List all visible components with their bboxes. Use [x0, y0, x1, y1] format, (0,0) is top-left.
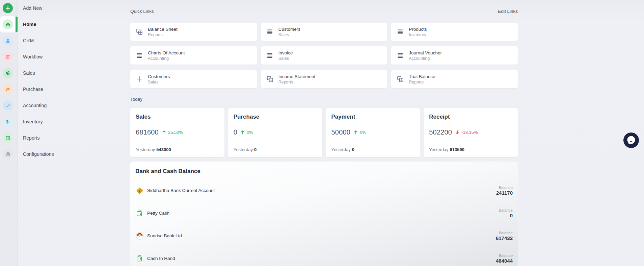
- quick-link-subtitle: Inventory: [409, 32, 427, 37]
- stat-title: Receipt: [429, 114, 512, 120]
- account-name: Siddhartha Bank Current Account: [147, 188, 215, 193]
- stat-value: 50000: [331, 128, 351, 136]
- sidebar-item-accounting[interactable]: Accounting: [0, 97, 115, 114]
- balance-value: 484044: [496, 258, 513, 264]
- arrow-up-icon: [353, 130, 358, 135]
- sidebar-item-sales[interactable]: Sales: [0, 65, 115, 81]
- quick-link-title: Income Statement: [278, 74, 316, 79]
- quick-link-income-statement[interactable]: Income StatementReports: [261, 70, 387, 88]
- report-grid-icon: [3, 133, 13, 143]
- sidebar-item-reports[interactable]: Reports: [0, 130, 115, 146]
- yesterday-label: Yesterday: [136, 147, 155, 152]
- sidebar-item-add-new[interactable]: Add New: [0, 0, 115, 16]
- quick-link-subtitle: Accounting: [409, 56, 442, 61]
- sidebar-item-label: Configurations: [23, 151, 54, 157]
- stat-title: Sales: [136, 114, 219, 120]
- sidebar-item-inventory[interactable]: Inventory: [0, 114, 115, 130]
- account-name: Petty Cash: [147, 211, 169, 216]
- sidebar-item-home[interactable]: Home: [0, 16, 115, 32]
- sidebar-item-workflow[interactable]: Workflow: [0, 49, 115, 65]
- quick-link-title: Products: [409, 27, 427, 32]
- quick-link-balance-sheet[interactable]: Balance SheetReports: [130, 23, 257, 41]
- yesterday-value: 613590: [450, 147, 464, 152]
- yesterday-label: Yesterday: [429, 147, 448, 152]
- bank-cash-balance-title: Bank and Cash Balance: [135, 162, 513, 175]
- quick-links-grid: Balance SheetReports CustomersSales Prod…: [130, 23, 518, 88]
- quick-link-trial-balance[interactable]: Trial BalanceReports: [391, 70, 518, 88]
- quick-link-journal-voucher[interactable]: Journal VoucherAccounting: [391, 46, 518, 65]
- chat-bubble-icon: [623, 132, 639, 148]
- sidebar-item-label: Workflow: [23, 54, 43, 59]
- quick-link-title: Charts Of Account: [148, 50, 185, 55]
- account-name: Sunrise Bank Ltd.: [147, 233, 183, 238]
- quick-link-subtitle: Reports: [148, 32, 178, 37]
- yesterday-value: 0: [254, 147, 257, 152]
- bank-account-row[interactable]: Cash In Hand Balance 484044: [135, 247, 513, 266]
- balance-label: Balance: [499, 208, 513, 212]
- sidebar-item-configurations[interactable]: Configurations: [0, 146, 115, 162]
- quick-link-title: Customers: [148, 74, 170, 79]
- siddhartha-bank-logo: [135, 187, 144, 195]
- stat-title: Payment: [331, 114, 415, 120]
- sidebar-item-label: Sales: [23, 70, 35, 76]
- quick-link-title: Customers: [278, 27, 300, 32]
- sunrise-bank-logo: [135, 232, 144, 240]
- quick-link-subtitle: Accounting: [148, 56, 185, 61]
- sidebar-item-crm[interactable]: CRM: [0, 32, 115, 49]
- quick-link-subtitle: Reports: [409, 80, 435, 84]
- edit-links-button[interactable]: Edit Links: [498, 9, 518, 14]
- today-title: Today: [130, 97, 142, 102]
- quick-links-title: Quick Links: [130, 9, 154, 14]
- bank-account-row[interactable]: Sunrise Bank Ltd. Balance 617432: [135, 224, 513, 247]
- bank-account-row[interactable]: Petty Cash Balance 0: [135, 202, 513, 224]
- stat-value: 502200: [429, 128, 452, 136]
- stat-percent: 0%: [360, 130, 366, 135]
- scatter-chart-icon: [3, 100, 13, 111]
- sidebar-item-label: Home: [23, 22, 36, 27]
- yesterday-value: 543000: [156, 147, 171, 152]
- stat-card-purchase: Purchase 0 0% Yesterday0: [228, 108, 322, 157]
- plus-circle-icon: [3, 3, 13, 13]
- stat-percent: 25.52%: [168, 130, 183, 135]
- balance-value: 617432: [496, 235, 513, 241]
- purchase-flag-icon: P: [3, 84, 13, 94]
- stat-value: 681600: [136, 128, 159, 136]
- table-icon: [135, 28, 143, 36]
- inventory-dots-icon: [3, 117, 13, 127]
- balance-value: 0: [499, 213, 513, 218]
- chat-launcher-button[interactable]: [623, 132, 639, 148]
- balance-label: Balance: [496, 253, 513, 258]
- list-icon: [266, 28, 274, 36]
- bank-account-row[interactable]: Siddhartha Bank Current Account Balance …: [135, 179, 513, 202]
- plus-icon: [135, 75, 143, 83]
- sidebar-item-label: Inventory: [23, 119, 43, 124]
- list-icon: [396, 28, 404, 36]
- quick-link-subtitle: Sales: [278, 32, 300, 37]
- balance-label: Balance: [496, 231, 513, 235]
- quick-link-subtitle: Sales: [278, 56, 293, 61]
- sales-stripes-icon: [3, 68, 13, 78]
- sidebar-item-label: CRM: [23, 38, 34, 43]
- today-stats-grid: Sales 681600 25.52% Yesterday543000 Purc…: [130, 108, 518, 157]
- list-icon: [396, 51, 404, 59]
- wallet-icon: [135, 255, 144, 263]
- quick-link-title: Trial Balance: [409, 74, 435, 79]
- quick-link-title: Balance Sheet: [148, 27, 178, 32]
- yesterday-label: Yesterday: [234, 147, 253, 152]
- bank-cash-balance-card: Bank and Cash Balance Siddhartha Bank Cu…: [130, 162, 518, 266]
- quick-link-charts-of-account[interactable]: Charts Of AccountAccounting: [130, 46, 257, 65]
- stat-percent: 0%: [247, 130, 253, 135]
- stat-card-payment: Payment 50000 0% Yesterday0: [326, 108, 420, 157]
- home-icon: [3, 19, 13, 29]
- active-indicator: [16, 17, 18, 32]
- quick-link-customers-add[interactable]: CustomersSales: [130, 70, 257, 88]
- stat-value: 0: [234, 128, 237, 136]
- person-icon: [3, 35, 13, 46]
- balance-label: Balance: [496, 186, 513, 190]
- quick-link-products[interactable]: ProductsInventory: [391, 23, 518, 41]
- quick-link-invoice[interactable]: InvoiceSales: [261, 46, 387, 65]
- quick-link-customers[interactable]: CustomersSales: [261, 23, 387, 41]
- quick-link-title: Invoice: [278, 50, 293, 55]
- stat-title: Purchase: [234, 114, 317, 120]
- sidebar-item-purchase[interactable]: P Purchase: [0, 81, 115, 97]
